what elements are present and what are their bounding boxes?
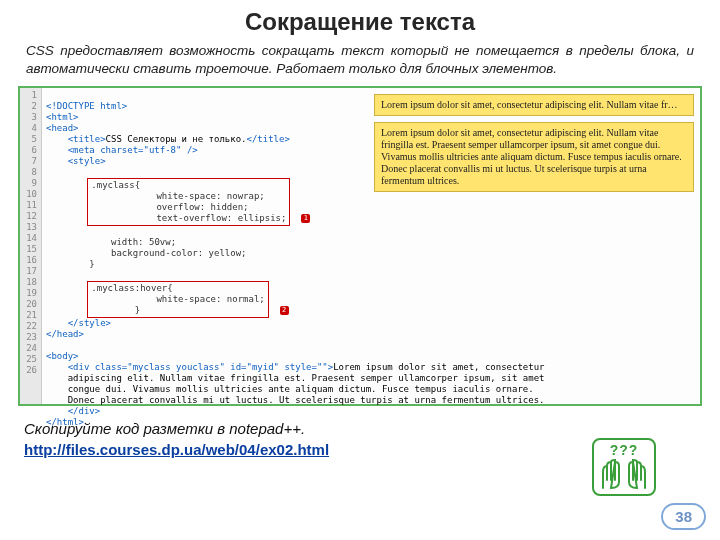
code-line: <meta charset="utf-8" /> <box>46 145 198 155</box>
intro-text: CSS предоставляет возможность сокращать … <box>0 42 720 86</box>
ln: 17 <box>20 266 37 277</box>
marker-2: 2 <box>280 306 289 315</box>
ln: 15 <box>20 244 37 255</box>
hands-icon-box: ??? <box>592 438 656 496</box>
ln: 16 <box>20 255 37 266</box>
ln: 10 <box>20 189 37 200</box>
code-line: <body> <box>46 351 79 361</box>
css-close: } <box>135 305 140 315</box>
css-sel: .myclass{ <box>91 180 140 190</box>
ln: 26 <box>20 365 37 376</box>
marker-1: 1 <box>301 214 310 223</box>
code-line: <div class="myclass youclass" id="myid" … <box>46 362 333 372</box>
code-text: CSS Селекторы и не только. <box>106 134 247 144</box>
ln: 1 <box>20 90 37 101</box>
css-prop: text-overflow: ellipsis; <box>156 213 286 223</box>
code-line: <head> <box>46 123 79 133</box>
ln: 9 <box>20 178 37 189</box>
ln: 23 <box>20 332 37 343</box>
ln: 22 <box>20 321 37 332</box>
ln: 13 <box>20 222 37 233</box>
code-line: </style> <box>46 318 111 328</box>
code-line: <title> <box>46 134 106 144</box>
ln: 5 <box>20 134 37 145</box>
code-line: </html> <box>46 417 84 427</box>
code-screenshot: 1 2 3 4 5 6 7 8 9 10 11 12 13 14 15 16 1… <box>18 86 702 406</box>
page-number-badge: 38 <box>661 503 706 530</box>
ln: 6 <box>20 145 37 156</box>
ln: 3 <box>20 112 37 123</box>
browser-preview: Lorem ipsum dolor sit amet, consectetur … <box>374 94 694 198</box>
css-prop: width: 50vw; <box>111 237 176 247</box>
ln: 7 <box>20 156 37 167</box>
code-line: </head> <box>46 329 84 339</box>
page-title: Сокращение текста <box>0 0 720 42</box>
hands-icon <box>597 458 651 492</box>
ln: 20 <box>20 299 37 310</box>
instruction-text: Скопируйте код разметки в notepad++. <box>0 406 720 441</box>
code-line: <html> <box>46 112 79 122</box>
preview-truncated: Lorem ipsum dolor sit amet, consectetur … <box>374 94 694 116</box>
css-prop: overflow: hidden; <box>156 202 248 212</box>
css-rule-box-1: .myclass{ white-space: nowrap; overflow:… <box>87 178 290 226</box>
line-gutter: 1 2 3 4 5 6 7 8 9 10 11 12 13 14 15 16 1… <box>20 88 42 404</box>
exercise-link[interactable]: http://files.courses.dp.ua/web/04/ex02.h… <box>0 441 329 458</box>
css-rule-box-2: .myclass:hover{ white-space: normal; } <box>87 281 268 318</box>
preview-full: Lorem ipsum dolor sit amet, consectetur … <box>374 122 694 192</box>
ln: 25 <box>20 354 37 365</box>
ln: 24 <box>20 343 37 354</box>
ln: 11 <box>20 200 37 211</box>
ln: 12 <box>20 211 37 222</box>
ln: 21 <box>20 310 37 321</box>
ln: 4 <box>20 123 37 134</box>
css-prop: white-space: nowrap; <box>156 191 264 201</box>
css-prop: background-color: yellow; <box>111 248 246 258</box>
ln: 8 <box>20 167 37 178</box>
code-line: <!DOCTYPE html> <box>46 101 127 111</box>
ln: 2 <box>20 101 37 112</box>
css-prop: white-space: normal; <box>156 294 264 304</box>
css-sel: .myclass:hover{ <box>91 283 172 293</box>
code-line: <style> <box>46 156 106 166</box>
code-line: </div> <box>46 406 100 416</box>
ln: 19 <box>20 288 37 299</box>
code-line: </title> <box>247 134 290 144</box>
css-close: } <box>89 259 94 269</box>
question-marks: ??? <box>594 440 654 458</box>
ln: 14 <box>20 233 37 244</box>
ln: 18 <box>20 277 37 288</box>
